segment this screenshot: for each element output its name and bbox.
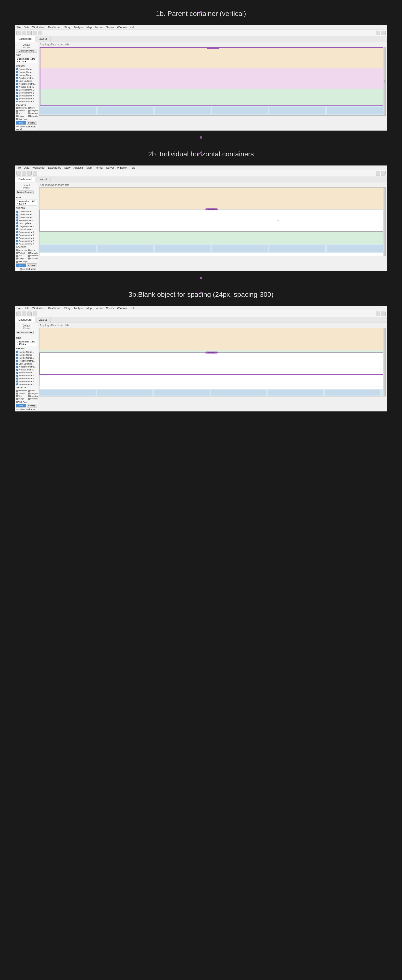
obj-text-1[interactable]: Text xyxy=(16,112,27,115)
menu-server-2[interactable]: Server xyxy=(106,166,114,169)
show-title-1[interactable]: Show dashboard title xyxy=(16,126,37,130)
t3-btn3[interactable] xyxy=(27,312,32,316)
toolbar-share-btn[interactable] xyxy=(381,31,386,35)
menu-analysis-2[interactable]: Analysis xyxy=(74,166,84,169)
sheet-item-3[interactable]: Positive metric... xyxy=(16,76,37,80)
s2-sheet-5[interactable]: Negative metric... xyxy=(16,225,37,228)
s3-obj-h[interactable]: Horizontal xyxy=(16,390,27,392)
obj-vertical-1[interactable]: Vertical xyxy=(16,110,27,112)
s3-sheet-9[interactable]: Scores metric 4 xyxy=(16,377,37,380)
s2-mid-selected[interactable]: ↔ xyxy=(40,210,383,232)
floating-btn-2[interactable]: Floating xyxy=(27,263,37,267)
sheet-item-11[interactable]: Scores metric 6 xyxy=(16,100,37,102)
menu-format-2[interactable]: Format xyxy=(95,166,103,169)
toolbar-forward-btn[interactable] xyxy=(22,31,26,35)
s3-sheet-5[interactable]: Negative metric... xyxy=(16,365,37,368)
menu-worksheet-3[interactable]: Worksheet xyxy=(32,307,45,310)
menu-data-3[interactable]: Data xyxy=(24,307,29,310)
menu-dashboard-3[interactable]: Dashboard xyxy=(48,307,61,310)
menu-help-3[interactable]: Help xyxy=(130,307,135,310)
s3-sheet-2[interactable]: [Metric Name... xyxy=(16,356,37,360)
menu-format-1[interactable]: Format xyxy=(95,26,103,29)
sheet-item-4[interactable]: Last Updated xyxy=(16,80,37,83)
menu-format-3[interactable]: Format xyxy=(95,307,103,310)
s2-sheet-9[interactable]: Scores metric 4 xyxy=(16,237,37,240)
tiled-btn-2[interactable]: Tiled xyxy=(16,263,26,267)
size-selector-1[interactable]: Custom size (1440 × 1024) ▾ xyxy=(16,57,37,63)
s2-obj-w[interactable]: Web Page xyxy=(16,261,37,262)
menu-analysis-1[interactable]: Analysis xyxy=(74,26,84,29)
drag-handle-1[interactable] xyxy=(207,47,219,49)
s2-obj-t[interactable]: Text xyxy=(16,255,27,257)
toolbar-present-btn[interactable] xyxy=(376,31,380,35)
resize-handle-1[interactable] xyxy=(383,47,386,115)
sheet-item-6[interactable]: Neutral metric... xyxy=(16,86,37,88)
t3-btn4[interactable] xyxy=(33,312,37,316)
s2-sheet-6[interactable]: Neutral metric... xyxy=(16,228,37,231)
s2-obj-i[interactable]: Image xyxy=(16,257,27,259)
drag-handle-3[interactable] xyxy=(206,352,218,353)
menu-map-2[interactable]: Map xyxy=(87,166,92,169)
s2-sheet-1[interactable]: [Metric Name xyxy=(16,213,37,216)
t3-btn1[interactable] xyxy=(16,312,21,316)
tab-dashboard-2[interactable]: Dashboard xyxy=(15,177,35,182)
size-selector-3[interactable]: Custom size (1440 × 1024) ▾ xyxy=(16,340,37,346)
menu-worksheet-1[interactable]: Worksheet xyxy=(32,26,45,29)
device-preview-btn-3[interactable]: Device Preview xyxy=(16,331,33,334)
menu-window-1[interactable]: Window xyxy=(117,26,127,29)
t2-btn4[interactable] xyxy=(33,171,37,175)
t3-btn5[interactable] xyxy=(376,312,380,316)
device-preview-btn-2[interactable]: Device Preview xyxy=(16,191,33,194)
s3-sheet-10[interactable]: Scores metric 5 xyxy=(16,380,37,383)
obj-webpage-1[interactable]: Web Page xyxy=(16,118,37,120)
sheet-item-8[interactable]: Scores metric 1 xyxy=(16,91,37,94)
t2-btn2[interactable] xyxy=(22,171,26,175)
tab-layout-2[interactable]: Layout xyxy=(35,177,51,182)
menu-server-1[interactable]: Server xyxy=(106,26,114,29)
toolbar-home-btn[interactable] xyxy=(27,31,32,35)
menu-server-3[interactable]: Server xyxy=(106,307,114,310)
s2-sheet-11[interactable]: Scores metric 6 xyxy=(16,243,37,245)
menu-map-3[interactable]: Map xyxy=(87,307,92,310)
s3-obj-b[interactable]: Blank xyxy=(28,390,38,392)
floating-btn-1[interactable]: Floating xyxy=(27,121,37,125)
s3-obj-i[interactable]: Image xyxy=(16,398,27,400)
toolbar-back-btn[interactable] xyxy=(16,31,21,35)
s3-sheet-11[interactable]: Scores metric 6 xyxy=(16,383,37,385)
s2-obj-v[interactable]: Vertical xyxy=(16,252,27,254)
s3-sheet-6[interactable]: Neutral metric... xyxy=(16,368,37,371)
s2-obj-d[interactable]: Download xyxy=(28,255,38,257)
floating-btn-3[interactable]: Floating xyxy=(27,404,37,407)
sheet-item-0[interactable]: [Metric Name... xyxy=(16,68,37,71)
size-selector-2[interactable]: Custom size (1440 × 1024) ▾ xyxy=(16,200,37,205)
t3-btn2[interactable] xyxy=(22,312,26,316)
s2-sheet-4[interactable]: Last Updated xyxy=(16,222,37,225)
menu-help-2[interactable]: Help xyxy=(130,166,135,169)
s2-obj-h[interactable]: Horizontal xyxy=(16,249,27,251)
tiled-btn-3[interactable]: Tiled xyxy=(16,404,26,407)
menu-worksheet-2[interactable]: Worksheet xyxy=(32,166,45,169)
tiled-btn-1[interactable]: Tiled xyxy=(16,121,26,125)
menu-story-2[interactable]: Story xyxy=(64,166,71,169)
obj-download-1[interactable]: Download xyxy=(28,112,38,115)
resize-handle-3[interactable] xyxy=(383,328,386,396)
tab-layout-3[interactable]: Layout xyxy=(35,317,51,323)
s3-obj-w[interactable]: Web Page xyxy=(16,401,37,403)
tab-layout-1[interactable]: Layout xyxy=(35,37,51,42)
menu-file-3[interactable]: File xyxy=(16,307,21,310)
menu-data-2[interactable]: Data xyxy=(24,166,29,169)
sheet-item-2[interactable]: [Metric Name... xyxy=(16,74,37,76)
show-title-checkbox-3[interactable] xyxy=(16,409,19,412)
toolbar-refresh-btn[interactable] xyxy=(33,31,37,35)
show-title-2[interactable]: Show dashboard title xyxy=(16,268,37,271)
s2-obj-e[interactable]: Extension xyxy=(28,257,38,259)
device-preview-btn-1[interactable]: Device Preview xyxy=(16,49,37,52)
s2-sheet-8[interactable]: Scores metric 1 xyxy=(16,234,37,237)
s3-obj-e[interactable]: Extension xyxy=(28,398,38,400)
menu-file-1[interactable]: File xyxy=(16,26,21,29)
tab-dashboard-3[interactable]: Dashboard xyxy=(15,317,35,323)
s3-obj-v[interactable]: Vertical xyxy=(16,392,27,395)
show-title-checkbox-2[interactable] xyxy=(16,269,19,271)
menu-map-1[interactable]: Map xyxy=(87,26,92,29)
t3-btn6[interactable] xyxy=(381,312,386,316)
